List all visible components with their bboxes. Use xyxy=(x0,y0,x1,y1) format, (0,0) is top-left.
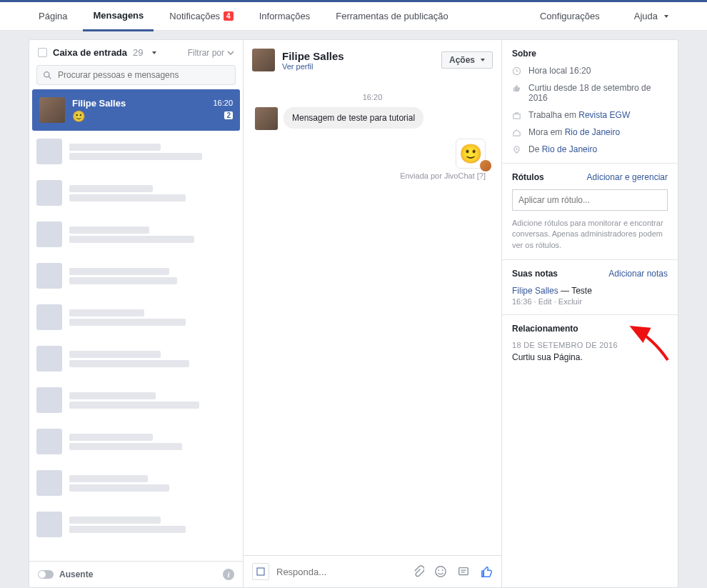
chevron-down-icon xyxy=(664,15,668,18)
thread-panel: Filipe Salles Ver perfil Ações 16:20 Men… xyxy=(244,40,502,587)
conversation-item[interactable] xyxy=(29,131,243,172)
conversation-item[interactable] xyxy=(29,379,243,421)
conversation-item[interactable] xyxy=(29,338,243,379)
note-text: Teste xyxy=(571,286,592,296)
avatar xyxy=(36,470,62,496)
labels-title: Rótulos xyxy=(512,172,544,182)
presence-label: Ausente xyxy=(59,569,93,579)
inbox-title: Caixa de entrada xyxy=(53,47,127,58)
message-incoming: Mensagem de teste para tutorial xyxy=(255,107,490,130)
filter-button[interactable]: Filtrar por xyxy=(188,48,234,58)
nav-notificacoes-label: Notificações xyxy=(169,11,220,21)
notes-title: Suas notas xyxy=(512,269,558,279)
add-note-link[interactable]: Adicionar notas xyxy=(608,269,668,279)
avatar xyxy=(36,304,62,330)
nav-informacoes[interactable]: Informações xyxy=(249,1,321,31)
note-author[interactable]: Filipe Salles xyxy=(512,286,558,296)
label-input[interactable] xyxy=(512,189,668,211)
unread-badge: 2 xyxy=(224,111,233,119)
details-panel: Sobre Hora local 16:20 Curtiu desde 18 d… xyxy=(502,40,678,587)
thread-person-name: Filipe Salles xyxy=(282,50,434,62)
avatar xyxy=(36,512,62,537)
like-icon xyxy=(512,84,521,93)
presence-toggle[interactable] xyxy=(38,570,54,579)
avatar xyxy=(36,180,62,206)
note-time: 16:36 xyxy=(512,297,532,306)
svg-point-3 xyxy=(436,567,446,577)
conversation-preview: 🙂 2 xyxy=(72,110,233,123)
avatar xyxy=(255,107,278,130)
conversation-item[interactable] xyxy=(29,255,243,297)
nav-ajuda-label: Ajuda xyxy=(634,11,658,21)
select-all-checkbox[interactable] xyxy=(38,48,47,57)
conversation-item[interactable] xyxy=(29,504,243,545)
lives-link[interactable]: Rio de Janeiro xyxy=(565,127,620,137)
conversation-item[interactable] xyxy=(29,421,243,462)
search-box[interactable] xyxy=(36,65,236,85)
avatar xyxy=(36,221,62,247)
briefcase-icon xyxy=(512,111,521,120)
conversation-item[interactable] xyxy=(29,462,243,504)
note-delete-link[interactable]: Excluir xyxy=(558,297,582,306)
sent-by-label: Enviada por JivoChat [?] xyxy=(400,171,486,180)
saved-replies-icon[interactable] xyxy=(457,565,470,578)
avatar xyxy=(36,263,62,289)
about-from: De Rio de Janeiro xyxy=(512,144,668,154)
avatar xyxy=(39,97,65,123)
note-edit-link[interactable]: Edit xyxy=(538,297,552,306)
works-link[interactable]: Revista EGW xyxy=(578,110,630,120)
inbox-panel: Caixa de entrada 29 Filtrar por Filipe S… xyxy=(29,40,244,587)
avatar xyxy=(252,49,275,71)
chevron-down-icon xyxy=(227,49,234,56)
about-local-time: Hora local 16:20 xyxy=(512,66,668,76)
inbox-count: 29 xyxy=(133,47,143,58)
message-thread: 16:20 Mensagem de teste para tutorial 🙂 … xyxy=(244,80,501,555)
nav-notificacoes[interactable]: Notificações 4 xyxy=(159,1,243,31)
chevron-down-icon[interactable] xyxy=(152,51,156,54)
reply-input[interactable] xyxy=(276,567,404,577)
inbox-header: Caixa de entrada 29 Filtrar por xyxy=(29,40,243,65)
message-outgoing: 🙂 Enviada por JivoChat [?] xyxy=(255,139,490,180)
nav-configuracoes[interactable]: Configurações xyxy=(530,2,610,30)
svg-point-4 xyxy=(438,569,439,571)
labels-manage-link[interactable]: Adicionar e gerenciar xyxy=(587,172,668,182)
about-works: Trabalha em Revista EGW xyxy=(512,110,668,120)
avatar xyxy=(36,387,62,413)
svg-rect-2 xyxy=(257,568,264,575)
nav-ajuda[interactable]: Ajuda xyxy=(624,2,678,30)
annotation-arrow xyxy=(625,324,675,364)
svg-rect-10 xyxy=(513,114,520,119)
chevron-down-icon xyxy=(481,59,485,61)
nav-pagina[interactable]: Página xyxy=(29,1,77,31)
from-link[interactable]: Rio de Janeiro xyxy=(542,144,597,154)
actions-button[interactable]: Ações xyxy=(441,51,493,69)
top-navbar: Página Mensagens Notificações 4 Informaç… xyxy=(0,0,707,31)
attachment-icon[interactable] xyxy=(411,565,424,578)
search-icon xyxy=(43,71,52,80)
clock-icon xyxy=(512,66,521,76)
conversation-item[interactable] xyxy=(29,214,243,255)
about-title: Sobre xyxy=(512,49,668,59)
actions-label: Ações xyxy=(449,55,475,65)
home-icon xyxy=(512,128,521,137)
like-icon[interactable] xyxy=(480,565,493,578)
nav-mensagens[interactable]: Mensagens xyxy=(83,1,154,31)
avatar xyxy=(36,139,62,164)
note-item: Filipe Salles — Teste 16:36 · Edit · Exc… xyxy=(512,286,668,306)
svg-point-0 xyxy=(44,71,49,76)
info-icon[interactable]: i xyxy=(223,569,234,580)
emoji-icon[interactable] xyxy=(434,565,447,578)
conversation-item[interactable] xyxy=(29,297,243,338)
conversation-item-selected[interactable]: Filipe Salles 16:20 🙂 2 xyxy=(32,89,240,131)
nav-ferramentas[interactable]: Ferramentas de publicação xyxy=(326,1,458,31)
thread-header: Filipe Salles Ver perfil Ações xyxy=(244,40,501,80)
filter-label: Filtrar por xyxy=(188,48,224,58)
view-profile-link[interactable]: Ver perfil xyxy=(282,62,434,71)
conversation-item[interactable] xyxy=(29,172,243,214)
search-input[interactable] xyxy=(58,70,229,80)
emoji-icon: 🙂 xyxy=(72,110,86,122)
page-avatar-icon xyxy=(252,563,269,580)
notif-badge: 4 xyxy=(224,11,234,21)
conversation-name: Filipe Salles xyxy=(72,98,126,109)
presence-bar: Ausente i xyxy=(29,561,243,587)
